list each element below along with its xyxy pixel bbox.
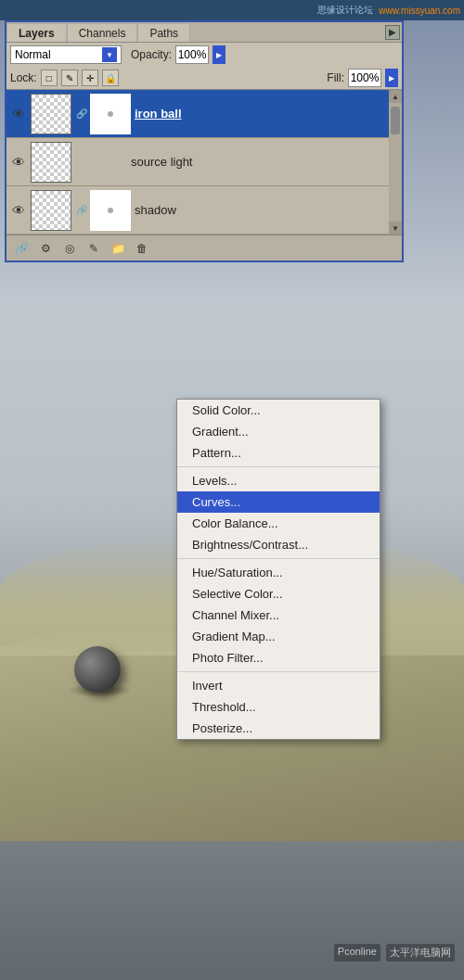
layer-chain-shadow[interactable]: 🔗 [75, 204, 88, 217]
layer-mask-shadow [90, 190, 131, 231]
thumb-checker-source-light [32, 143, 71, 182]
menu-item-photo-filter---[interactable]: Photo Filter... [177, 647, 380, 668]
menu-item-invert[interactable]: Invert [177, 675, 380, 696]
layer-thumb-shadow [31, 190, 71, 231]
menu-item-posterize---[interactable]: Posterize... [177, 718, 380, 739]
menu-item-selective-color---[interactable]: Selective Color... [177, 583, 380, 605]
blend-mode-value: Normal [15, 48, 51, 61]
lock-position-icon[interactable]: ✛ [82, 70, 98, 86]
layer-chain-iron-ball[interactable]: 🔗 [75, 108, 88, 121]
opacity-label: Opacity: [131, 48, 172, 61]
delete-layer-button[interactable]: 🗑 [133, 239, 151, 258]
layer-name-iron-ball: iron ball [135, 107, 182, 121]
layer-mask-thumb-iron-ball [92, 95, 129, 133]
panel-tabs: Layers Channels Paths ▶ [6, 22, 402, 43]
layer-visibility-iron-ball[interactable]: 👁 [10, 106, 27, 122]
tab-paths[interactable]: Paths [137, 23, 190, 42]
fill-value[interactable]: 100% [348, 69, 381, 87]
layer-item-iron-ball[interactable]: 👁 🔗 iron ball [6, 90, 402, 138]
lock-label: Lock: [10, 71, 37, 84]
fill-arrow[interactable]: ▶ [385, 69, 398, 87]
top-watermark-bar: 思缘设计论坛 www.missyuan.com [0, 0, 464, 20]
layer-styles-button[interactable]: ⚙ [36, 239, 55, 258]
bottom-watermark-text2: 太平洋电脑网 [386, 944, 455, 961]
bottom-watermark-text1: Pconline [334, 944, 380, 961]
menu-item-solid-color---[interactable]: Solid Color... [177, 400, 380, 421]
menu-item-color-balance---[interactable]: Color Balance... [177, 513, 380, 534]
layer-visibility-shadow[interactable]: 👁 [10, 202, 27, 219]
thumb-checker-shadow [32, 191, 71, 230]
menu-separator [177, 671, 380, 672]
menu-item-levels---[interactable]: Levels... [177, 470, 380, 491]
layer-thumb-iron-ball [31, 94, 71, 134]
opacity-value[interactable]: 100% [175, 45, 209, 64]
opacity-arrow[interactable]: ▶ [213, 45, 226, 64]
lock-fill-row: Lock: □ ✎ ✛ 🔒 Fill: 100% ▶ [6, 67, 402, 89]
scroll-down-arrow[interactable]: ▼ [389, 222, 402, 235]
menu-item-gradient-map---[interactable]: Gradient Map... [177, 626, 380, 647]
menu-item-channel-mixer---[interactable]: Channel Mixer... [177, 605, 380, 626]
menu-separator [177, 558, 380, 559]
iron-ball-object [74, 646, 121, 693]
scroll-up-arrow[interactable]: ▲ [389, 90, 402, 103]
layer-name-shadow: shadow [135, 203, 176, 217]
fill-label: Fill: [327, 71, 344, 84]
layer-mask-thumb-shadow [92, 192, 129, 229]
scroll-thumb[interactable] [391, 107, 400, 134]
lock-all-icon[interactable]: 🔒 [102, 70, 119, 86]
lock-transparent-icon[interactable]: □ [41, 70, 58, 86]
menu-item-brightness-contrast---[interactable]: Brightness/Contrast... [177, 534, 380, 555]
layer-visibility-source-light[interactable]: 👁 [10, 154, 27, 171]
layer-item-source-light[interactable]: 👁 source light [6, 138, 402, 186]
tab-layers[interactable]: Layers [6, 23, 67, 42]
watermark-text-1: 思缘设计论坛 [317, 4, 373, 17]
tab-channels[interactable]: Channels [67, 23, 138, 42]
blend-mode-arrow[interactable]: ▼ [102, 47, 117, 62]
bottom-watermark: Pconline 太平洋电脑网 [334, 944, 455, 961]
layers-toolbar: 🔗 ⚙ ◎ ✎ 📁 🗑 [6, 235, 402, 261]
blend-opacity-row: Normal ▼ Opacity: 100% ▶ [6, 43, 402, 67]
panel-options-button[interactable]: ▶ [385, 25, 400, 40]
layers-scrollbar[interactable]: ▲ ▼ [389, 90, 402, 235]
layer-name-source-light: source light [131, 155, 192, 169]
layer-mask-button[interactable]: ◎ [60, 239, 79, 258]
adjustment-dropdown-menu: Solid Color...Gradient...Pattern...Level… [176, 399, 380, 740]
menu-item-threshold---[interactable]: Threshold... [177, 696, 380, 718]
link-layers-button[interactable]: 🔗 [12, 239, 31, 258]
blend-mode-select[interactable]: Normal ▼ [10, 45, 122, 64]
menu-separator [177, 466, 380, 467]
menu-item-curves---[interactable]: Curves... [177, 491, 380, 513]
menu-item-pattern---[interactable]: Pattern... [177, 442, 380, 464]
adjustment-layer-button[interactable]: ✎ [84, 239, 103, 258]
layers-list: ▲ ▼ 👁 🔗 iron ball 👁 [6, 89, 402, 235]
lock-pixels-icon[interactable]: ✎ [61, 70, 78, 86]
menu-item-gradient---[interactable]: Gradient... [177, 421, 380, 442]
mask-dot-shadow [108, 208, 113, 213]
layer-thumb-source-light [31, 142, 71, 183]
menu-item-hue-saturation---[interactable]: Hue/Saturation... [177, 562, 380, 583]
thumb-checker-iron-ball [32, 95, 71, 134]
layer-mask-iron-ball [90, 94, 131, 134]
mask-dot [108, 111, 113, 117]
layer-item-shadow[interactable]: 👁 🔗 shadow [6, 186, 402, 235]
watermark-text-2: www.missyuan.com [379, 6, 460, 16]
new-group-button[interactable]: 📁 [109, 239, 127, 258]
layers-panel: Layers Channels Paths ▶ Normal ▼ Opacity… [5, 20, 404, 262]
